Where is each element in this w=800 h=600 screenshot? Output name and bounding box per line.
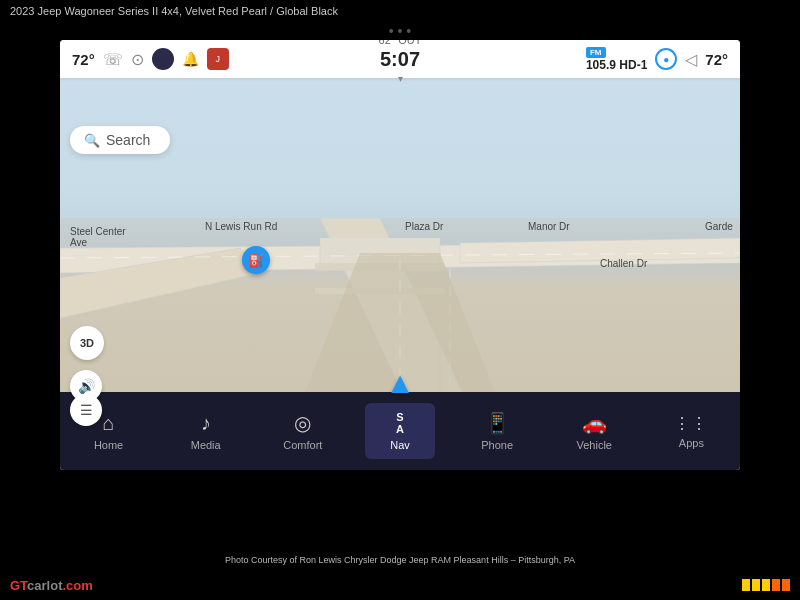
radio-info: FM 105.9 HD-1 — [586, 47, 647, 72]
phone-nav-icon: 📱 — [485, 411, 510, 435]
apps-label: Apps — [679, 437, 704, 449]
gtcarlot-logo: GTcarlot.com — [10, 578, 93, 593]
dots-row: • • • — [0, 22, 800, 40]
nav-sa-indicator: SA — [396, 411, 404, 435]
radio-station: 105.9 HD-1 — [586, 58, 647, 72]
search-bar[interactable]: 🔍 Search — [70, 126, 170, 154]
status-bar: 72° ☏ ⊙ 🔔 J 62° OUT 5:07 ▾ FM 105.9 HD-1… — [60, 40, 740, 78]
navigation-arrow: ▲ — [385, 366, 415, 400]
vehicle-icon: 🚗 — [582, 411, 607, 435]
vehicle-title: 2023 Jeep Wagoneer Series II 4x4, Velvet… — [10, 5, 338, 17]
bottom-nav-bar: ⌂ Home ♪ Media ◎ Comfort SA Nav 📱 Phone … — [60, 392, 740, 470]
photo-credit-bar: Photo Courtesy of Ron Lewis Chrysler Dod… — [0, 550, 800, 570]
gas-station-poi[interactable]: ⛽ — [242, 246, 270, 274]
status-right: FM 105.9 HD-1 ● ◁ 72° — [421, 47, 728, 72]
nav-item-comfort[interactable]: ◎ Comfort — [268, 403, 338, 459]
gas-icon: ⛽ — [248, 253, 264, 268]
map-view: 🔍 Search Steel CenterAve N Lewis Run Rd … — [60, 78, 740, 430]
time-display: 5:07 — [380, 48, 420, 71]
bottom-watermark-bar: GTcarlot.com — [0, 570, 800, 600]
circle-icon[interactable]: ● — [655, 48, 677, 70]
home-icon: ⌂ — [103, 412, 115, 435]
infotainment-screen: 72° ☏ ⊙ 🔔 J 62° OUT 5:07 ▾ FM 105.9 HD-1… — [60, 40, 740, 470]
comfort-label: Comfort — [283, 439, 322, 451]
vehicle-label: Vehicle — [577, 439, 612, 451]
car-icon: ⊙ — [131, 50, 144, 69]
music-icon: ♪ — [201, 412, 211, 435]
menu-button[interactable]: ☰ — [70, 394, 102, 426]
phone-label: Phone — [481, 439, 513, 451]
nav-item-phone[interactable]: 📱 Phone — [462, 403, 532, 459]
label-plaza-dr: Plaza Dr — [405, 221, 443, 232]
apps-icon: ⋮⋮ — [674, 414, 708, 433]
app-icon[interactable]: J — [207, 48, 229, 70]
comfort-icon: ◎ — [294, 411, 311, 435]
btn-3d[interactable]: 3D — [70, 326, 104, 360]
label-garde: Garde — [705, 221, 733, 232]
temp-left: 72° — [72, 51, 95, 68]
chevron-down-icon: ▾ — [398, 73, 403, 84]
stripe-decoration — [742, 579, 790, 591]
home-label: Home — [94, 439, 123, 451]
volume-icon: 🔊 — [78, 378, 95, 394]
phone-icon: ☏ — [103, 50, 123, 69]
label-steel-center: Steel CenterAve — [70, 226, 126, 248]
nav-item-nav[interactable]: SA Nav — [365, 403, 435, 459]
page-title-bar: 2023 Jeep Wagoneer Series II 4x4, Velvet… — [0, 0, 800, 22]
search-label: Search — [106, 132, 150, 148]
status-center: 62° OUT 5:07 ▾ — [379, 40, 422, 84]
temp-right: 72° — [705, 51, 728, 68]
outside-temp: 62° OUT — [379, 40, 422, 46]
volume-icon: ◁ — [685, 50, 697, 69]
nav-item-apps[interactable]: ⋮⋮ Apps — [656, 406, 726, 457]
media-label: Media — [191, 439, 221, 451]
bell-icon: 🔔 — [182, 51, 199, 67]
profile-icon[interactable] — [152, 48, 174, 70]
search-icon: 🔍 — [84, 133, 100, 148]
label-manor-dr: Manor Dr — [528, 221, 570, 232]
label-n-lewis-run: N Lewis Run Rd — [205, 221, 277, 232]
hamburger-icon: ☰ — [80, 402, 93, 418]
label-challen-dr: Challen Dr — [600, 258, 647, 269]
photo-credit-text: Photo Courtesy of Ron Lewis Chrysler Dod… — [225, 555, 575, 565]
status-left: 72° ☏ ⊙ 🔔 J — [72, 48, 379, 70]
dots-icon: • • • — [389, 23, 411, 39]
nav-item-media[interactable]: ♪ Media — [171, 404, 241, 459]
radio-band: FM — [586, 47, 606, 58]
nav-label: Nav — [390, 439, 410, 451]
map-background: 🔍 Search Steel CenterAve N Lewis Run Rd … — [60, 78, 740, 430]
nav-item-vehicle[interactable]: 🚗 Vehicle — [559, 403, 629, 459]
